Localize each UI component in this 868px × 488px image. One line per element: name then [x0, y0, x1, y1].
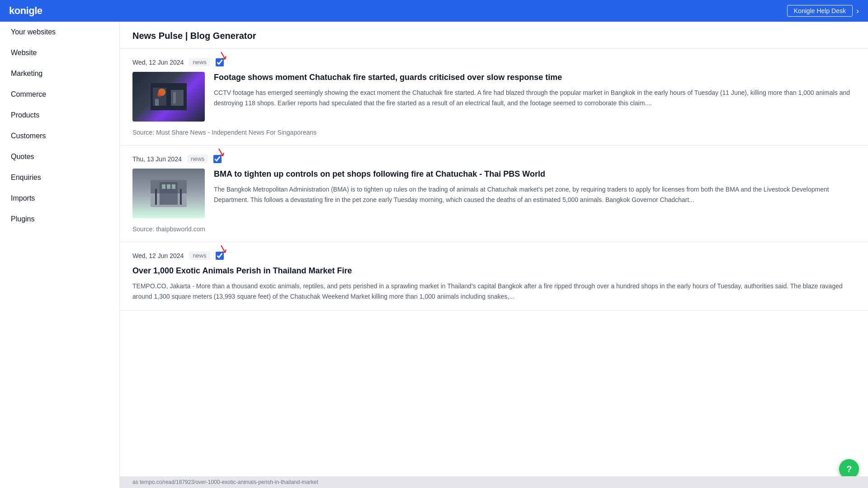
news-item-2: Thu, 13 Jun 2024 news ↘: [120, 145, 868, 242]
svg-rect-12: [167, 184, 170, 189]
news-meta-3: Wed, 12 Jun 2024 news ↘: [132, 251, 855, 260]
page-title: News Pulse | Blog Generator: [120, 22, 868, 49]
news-meta-1: Wed, 12 Jun 2024 news ↘: [132, 58, 855, 66]
news-source-2: Source: thaipbsworld.com: [132, 225, 855, 233]
sidebar-item-marketing[interactable]: Marketing: [0, 63, 119, 84]
news-image-1: [132, 72, 205, 122]
news-content-1: Footage shows moment Chatuchak fire star…: [132, 72, 855, 122]
svg-rect-2: [171, 90, 184, 106]
news-date-3: Wed, 12 Jun 2024: [132, 252, 184, 259]
sidebar-item-enquiries[interactable]: Enquiries: [0, 167, 119, 188]
news-date-2: Thu, 13 Jun 2024: [132, 155, 182, 163]
news-tag-2: news: [187, 155, 208, 163]
svg-rect-13: [155, 189, 157, 205]
news-tag-1: news: [189, 58, 210, 66]
sidebar-item-customers[interactable]: Customers: [0, 126, 119, 146]
news-image-2: [132, 169, 205, 218]
sidebar-item-your-websites[interactable]: Your websites: [0, 22, 119, 42]
svg-point-4: [157, 92, 162, 97]
svg-rect-11: [172, 184, 175, 189]
news-content-2: BMA to tighten up controls on pet shops …: [132, 169, 855, 218]
news-excerpt-3: TEMPO.CO, Jakarta - More than a thousand…: [132, 281, 855, 301]
main-content: News Pulse | Blog Generator Wed, 12 Jun …: [120, 22, 868, 488]
news-date-1: Wed, 12 Jun 2024: [132, 59, 184, 66]
svg-rect-5: [155, 99, 159, 106]
news-text-2: BMA to tighten up controls on pet shops …: [214, 169, 855, 205]
sidebar-item-commerce: Commerce: [0, 84, 119, 105]
support-icon: ?: [846, 464, 852, 474]
sidebar-item-imports[interactable]: Imports: [0, 188, 119, 209]
news-tag-3: news: [189, 251, 210, 260]
article-checkbox-3[interactable]: [216, 252, 224, 260]
news-content-3: Over 1,000 Exotic Animals Perish in Thai…: [132, 265, 855, 301]
news-item-3: Wed, 12 Jun 2024 news ↘ Over 1,000 Exoti…: [120, 242, 868, 311]
header-chevron-icon[interactable]: ›: [856, 6, 859, 16]
svg-rect-14: [180, 189, 182, 205]
bottom-link: as tempo.co/read/187923/over-1000-exotic…: [120, 476, 868, 488]
article-checkbox-2[interactable]: [213, 155, 222, 163]
news-meta-2: Thu, 13 Jun 2024 news ↘: [132, 155, 855, 163]
news-image-placeholder-2: [132, 169, 205, 218]
header-right: Konigle Help Desk ›: [787, 5, 859, 17]
news-text-3: Over 1,000 Exotic Animals Perish in Thai…: [132, 265, 855, 301]
news-list: Wed, 12 Jun 2024 news ↘: [120, 49, 868, 311]
checkbox-area-2: ↘: [213, 155, 222, 163]
help-desk-button[interactable]: Konigle Help Desk: [787, 5, 853, 17]
app-logo: konigle: [9, 5, 42, 17]
sidebar-item-website[interactable]: Website: [0, 42, 119, 63]
sidebar: Your websites Website Marketing Commerce…: [0, 22, 120, 488]
checkbox-area-3: ↘: [216, 252, 224, 260]
news-text-1: Footage shows moment Chatuchak fire star…: [214, 72, 855, 108]
news-image-placeholder-1: [132, 72, 205, 122]
news-excerpt-2: The Bangkok Metropolitan Administration …: [214, 184, 855, 205]
news-source-1: Source: Must Share News - Independent Ne…: [132, 129, 855, 136]
news-item-1: Wed, 12 Jun 2024 news ↘: [120, 49, 868, 145]
news-excerpt-1: CCTV footage has emerged seemingly showi…: [214, 88, 855, 108]
sidebar-item-products[interactable]: Products: [0, 105, 119, 126]
news-headline-3: Over 1,000 Exotic Animals Perish in Thai…: [132, 265, 855, 277]
app-header: konigle Konigle Help Desk ›: [0, 0, 868, 22]
svg-rect-10: [162, 184, 165, 189]
sidebar-item-quotes[interactable]: Quotes: [0, 146, 119, 167]
sidebar-item-plugins[interactable]: Plugins: [0, 209, 119, 230]
article-checkbox-1[interactable]: [216, 58, 224, 66]
news-headline-1: Footage shows moment Chatuchak fire star…: [214, 72, 855, 83]
checkbox-area-1: ↘: [216, 58, 224, 66]
svg-rect-6: [173, 92, 176, 103]
news-headline-2: BMA to tighten up controls on pet shops …: [214, 169, 855, 180]
